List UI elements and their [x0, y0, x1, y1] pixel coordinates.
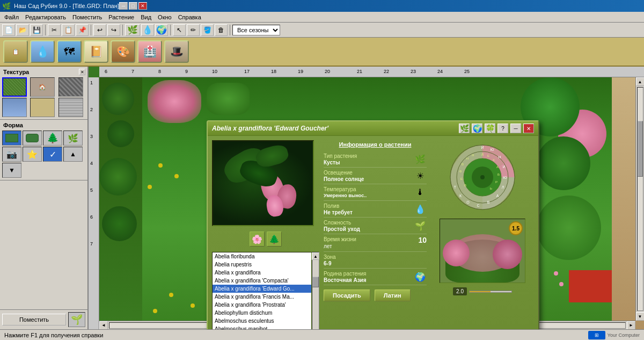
menu-place[interactable]: Поместить	[69, 13, 105, 21]
forma-tree[interactable]: 🌲	[43, 131, 62, 146]
temp-value: Умеренно вынос..	[324, 193, 412, 198]
new-btn[interactable]: 📄	[2, 24, 15, 36]
copy-btn[interactable]: 📋	[62, 24, 75, 36]
list-item-6[interactable]: Abelia x grandiflora 'Prostrata'	[213, 301, 311, 309]
paste-btn[interactable]: 📌	[76, 24, 89, 36]
menu-edit[interactable]: Редактировать	[22, 13, 69, 21]
forma-check[interactable]: ✓	[43, 147, 62, 162]
fill-btn[interactable]: 🪣	[201, 24, 214, 36]
panel-close-btn[interactable]: ✕	[79, 69, 85, 75]
plant-btn[interactable]: Посадить	[324, 290, 370, 301]
texture-6[interactable]	[58, 98, 83, 117]
menu-help[interactable]: Справка	[175, 13, 204, 21]
titlebar-controls: ─ □ ✕	[119, 2, 147, 10]
zone-value: 6-9	[324, 261, 427, 266]
watering-can-btn[interactable]: 💧	[30, 40, 55, 63]
list-item-1[interactable]: Abelia rupestris	[213, 261, 311, 269]
latin-btn[interactable]: Латин	[375, 290, 411, 301]
texture-4[interactable]	[2, 98, 27, 117]
world-map-btn[interactable]: 🗺	[57, 40, 82, 63]
save-btn[interactable]: 💾	[30, 24, 43, 36]
draw-btn[interactable]: ✏	[187, 24, 200, 36]
menu-view[interactable]: Вид	[137, 13, 155, 21]
plant-tree-icon[interactable]: 🌲	[267, 232, 282, 247]
texture-house[interactable]: 🏠	[30, 77, 55, 97]
dialog-settings-btn[interactable]: 🍀	[485, 124, 495, 133]
lifetime-label: Время жизни лет	[324, 236, 418, 250]
garden-plan-btn[interactable]: 📋	[3, 40, 28, 63]
svg-text:Я: Я	[472, 154, 474, 157]
undo-btn[interactable]: ↩	[93, 24, 106, 36]
vertical-scrollbar[interactable]: ▲ ▼	[635, 77, 644, 321]
list-item-3[interactable]: Abelia x grandiflora 'Compacta'	[213, 277, 311, 285]
texture-grid: 🏠	[1, 76, 86, 118]
svg-text:Р: Р	[495, 180, 497, 184]
scale-value: 2.0	[453, 287, 467, 295]
list-item-5[interactable]: Abelia x grandiflora 'Francis Ma...	[213, 293, 311, 301]
texture-3[interactable]	[58, 77, 83, 97]
dialog-min-btn[interactable]: ─	[510, 124, 521, 133]
svg-text:О: О	[466, 200, 470, 204]
svg-text:Т: Т	[454, 185, 457, 189]
scroll-left-btn[interactable]: ◄	[99, 321, 108, 330]
forma-rounded[interactable]	[23, 131, 42, 146]
close-btn[interactable]: ✕	[138, 2, 147, 10]
scroll-down-btn[interactable]: ▼	[636, 312, 645, 321]
svg-text:Д: Д	[481, 153, 484, 156]
maximize-btn[interactable]: □	[129, 2, 137, 10]
forma-bush[interactable]: 🌿	[63, 131, 83, 146]
water-btn[interactable]: 💧	[141, 24, 154, 36]
list-scroll-up[interactable]: ▲	[312, 252, 319, 260]
list-item-9[interactable]: Abelmoschus manihot	[213, 325, 311, 329]
globe-btn[interactable]: 🌍	[155, 24, 168, 36]
redo-btn[interactable]: ↪	[107, 24, 120, 36]
svg-text:Ф: Ф	[459, 170, 462, 173]
list-item-4[interactable]: Abelia x grandiflora 'Edward Go...	[213, 285, 311, 293]
medical-btn[interactable]: 🏥	[137, 40, 162, 63]
dialog-help-btn1[interactable]: 🌿	[459, 124, 470, 133]
list-item-2[interactable]: Abelia x grandiflora	[213, 269, 311, 277]
cut-btn[interactable]: ✂	[48, 24, 61, 36]
list-item-8[interactable]: Abelmoschus esculentus	[213, 317, 311, 325]
place-icon-btn[interactable]: 🌱	[68, 312, 85, 327]
open-btn[interactable]: 📂	[16, 24, 29, 36]
forma-scroll-up[interactable]: ▲	[63, 147, 83, 162]
plant-list[interactable]: Abelia floribunda Abelia rupestris Abeli…	[212, 252, 312, 329]
minimize-btn[interactable]: ─	[119, 2, 128, 10]
select-btn[interactable]: ↖	[173, 24, 186, 36]
texture-grass[interactable]	[2, 77, 27, 97]
dialog-info-btn[interactable]: ?	[497, 124, 508, 133]
scroll-right-btn[interactable]: ►	[627, 321, 635, 330]
list-item-7[interactable]: Abeliophyllum distichum	[213, 309, 311, 317]
forma-camera[interactable]: 📷	[2, 147, 21, 162]
light-icon: ☀	[414, 169, 427, 182]
scroll-up-btn[interactable]: ▲	[636, 77, 645, 86]
list-scroll-track[interactable]	[312, 260, 319, 329]
texture-section: Текстура 🏠	[0, 67, 87, 120]
forma-scroll-down[interactable]: ▼	[2, 163, 21, 178]
forma-star[interactable]: ⭐	[23, 147, 42, 162]
dialog-close-btn[interactable]: ✕	[523, 124, 534, 133]
svg-text:Н: Н	[498, 155, 501, 159]
menu-window[interactable]: Окно	[155, 13, 175, 21]
dialog-globe-btn[interactable]: 🌍	[472, 124, 482, 133]
season-select[interactable]: Все сезоны	[232, 25, 280, 35]
canvas-area[interactable]: 6 7 8 9 10 17 18 19 20 21 22 23 24 25	[89, 67, 644, 329]
list-scrollbar[interactable]: ▲ ▼	[312, 252, 319, 329]
hat-btn[interactable]: 🎩	[164, 40, 189, 63]
place-button[interactable]: Поместить	[2, 314, 66, 325]
temp-label: Температура	[324, 186, 412, 193]
forma-rect[interactable]	[2, 131, 21, 146]
list-scroll-thumb[interactable]	[312, 277, 319, 287]
zoom-plant-btn[interactable]: 🌿	[125, 24, 140, 36]
notebook-btn[interactable]: 📔	[84, 40, 108, 63]
texture-btn[interactable]: 🎨	[111, 40, 135, 63]
dialog-title-icons: 🌿 🌍 🍀 ? ─ ✕	[459, 124, 534, 133]
separator5	[230, 25, 230, 35]
texture-5[interactable]	[30, 98, 55, 117]
plant-flower-icon[interactable]: 🌸	[250, 232, 265, 247]
list-item-0[interactable]: Abelia floribunda	[213, 252, 311, 261]
erase-btn[interactable]: 🗑	[215, 24, 228, 36]
menu-file[interactable]: Файл	[1, 13, 22, 21]
menu-plant[interactable]: Растение	[105, 13, 137, 21]
